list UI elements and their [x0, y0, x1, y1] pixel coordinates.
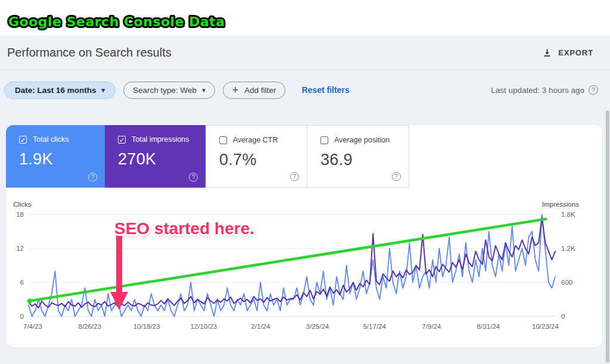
checkbox-total-clicks[interactable]: ✓	[19, 136, 27, 144]
svg-text:Impressions: Impressions	[542, 201, 579, 208]
top-strip: Google Search Console Data	[0, 0, 610, 36]
performance-chart-svg[interactable]: 006600121.2K181.8KClicksImpressions7/4/2…	[6, 197, 602, 347]
svg-text:1.2K: 1.2K	[561, 245, 575, 252]
date-filter-label: Date: Last 16 months	[15, 86, 97, 95]
plus-icon: +	[232, 84, 239, 97]
add-filter-chip[interactable]: + Add filter	[223, 82, 286, 99]
scrollbar-track[interactable]	[605, 109, 610, 364]
svg-text:6: 6	[20, 279, 24, 286]
svg-text:7/4/23: 7/4/23	[23, 323, 42, 330]
help-icon[interactable]: ?	[88, 173, 97, 182]
help-icon[interactable]: ?	[589, 85, 598, 95]
add-filter-label: Add filter	[244, 86, 276, 95]
card-total-clicks[interactable]: ✓ Total clicks 1.9K ?	[6, 125, 105, 188]
card-average-ctr[interactable]: Average CTR 0.7% ?	[206, 125, 307, 188]
banner: Google Search Console Data	[5, 11, 279, 32]
svg-text:10/18/23: 10/18/23	[133, 323, 160, 330]
export-button[interactable]: EXPORT	[539, 47, 597, 58]
card-value: 1.9K	[19, 150, 105, 169]
search-type-filter-label: Search type: Web	[133, 86, 197, 95]
svg-text:Clicks: Clicks	[13, 201, 32, 208]
checkbox-average-position[interactable]	[320, 136, 328, 144]
card-label: Average CTR	[233, 136, 278, 144]
filter-band: Date: Last 16 months ▾ Search type: Web …	[0, 70, 610, 110]
svg-text:0: 0	[20, 313, 24, 320]
svg-text:12/10/23: 12/10/23	[190, 323, 217, 330]
svg-text:7/9/24: 7/9/24	[422, 323, 441, 330]
help-icon[interactable]: ?	[290, 172, 299, 181]
svg-text:1.8K: 1.8K	[561, 211, 575, 218]
checkbox-total-impressions[interactable]: ✓	[118, 136, 126, 144]
svg-text:0: 0	[561, 313, 565, 320]
banner-title: Google Search Console Data	[8, 14, 225, 29]
help-icon[interactable]: ?	[189, 173, 198, 182]
export-label: EXPORT	[558, 48, 593, 57]
svg-text:600: 600	[561, 279, 572, 286]
seo-annotation: SEO started here.	[114, 219, 254, 238]
reset-filters-link[interactable]: Reset filters	[301, 85, 349, 95]
svg-text:10/23/24: 10/23/24	[532, 323, 559, 330]
card-value: 0.7%	[219, 151, 307, 169]
chevron-down-icon: ▾	[102, 86, 105, 94]
card-label: Average position	[334, 136, 390, 144]
card-value: 36.9	[320, 151, 409, 169]
svg-text:12: 12	[16, 245, 24, 252]
card-total-impressions[interactable]: ✓ Total impressions 270K ?	[105, 125, 206, 188]
svg-text:5/17/24: 5/17/24	[363, 323, 386, 330]
svg-text:8/26/23: 8/26/23	[78, 323, 101, 330]
card-value: 270K	[118, 150, 206, 169]
last-updated: Last updated: 3 hours ago ?	[491, 85, 598, 95]
card-label: Total impressions	[132, 135, 189, 144]
chevron-down-icon: ▾	[202, 86, 206, 94]
help-icon[interactable]: ?	[392, 172, 401, 181]
performance-panel: ✓ Total clicks 1.9K ? ✓ Total impression…	[6, 125, 602, 347]
last-updated-text: Last updated: 3 hours ago	[491, 86, 584, 95]
metric-cards: ✓ Total clicks 1.9K ? ✓ Total impression…	[6, 125, 409, 188]
svg-text:18: 18	[16, 211, 24, 218]
scrollbar-thumb[interactable]	[606, 110, 609, 363]
svg-text:8/31/24: 8/31/24	[477, 323, 500, 330]
download-icon	[542, 48, 552, 58]
card-label: Total clicks	[33, 135, 69, 144]
page-title: Performance on Search results	[7, 46, 172, 60]
card-average-position[interactable]: Average position 36.9 ?	[307, 125, 409, 188]
checkbox-average-ctr[interactable]	[219, 136, 227, 144]
svg-text:2/1/24: 2/1/24	[251, 323, 270, 330]
header-band: Performance on Search results EXPORT	[0, 36, 610, 70]
search-type-filter-chip[interactable]: Search type: Web ▾	[123, 82, 215, 99]
date-filter-chip[interactable]: Date: Last 16 months ▾	[4, 82, 116, 99]
chart-area: 006600121.2K181.8KClicksImpressions7/4/2…	[6, 197, 602, 347]
svg-text:3/25/24: 3/25/24	[306, 323, 329, 330]
